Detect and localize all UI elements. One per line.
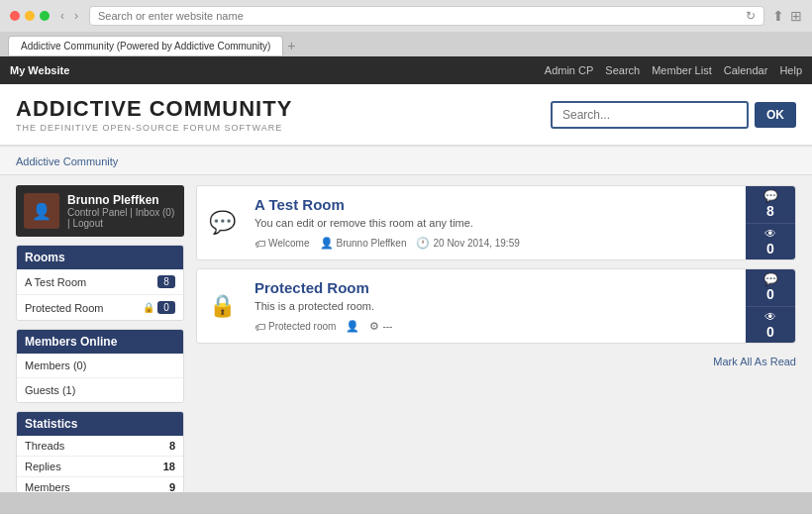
room-stat-views: 👁 0	[746, 224, 795, 260]
room-stats: 💬 0 👁 0	[746, 269, 795, 343]
message-count: 0	[766, 286, 774, 302]
stat-members: Members 9	[17, 477, 183, 492]
rooms-header: Rooms	[17, 246, 183, 269]
sidebar-members-count: Members (0)	[17, 354, 183, 378]
user-name: Brunno Pleffken	[67, 193, 176, 207]
breadcrumb-bar: Addictive Community	[0, 147, 812, 175]
inbox-link[interactable]: Inbox (0)	[136, 207, 174, 218]
avatar: 👤	[24, 193, 59, 229]
chat-bubble-icon: 💬	[209, 210, 236, 236]
browser-titlebar: ‹ › ↻ ⬆ ⊞	[0, 0, 812, 32]
stat-value: 18	[163, 461, 175, 472]
reload-button[interactable]: ↻	[746, 9, 756, 23]
sidebar-room-badge-lock: 🔒 0	[143, 301, 175, 314]
minimize-button[interactable]	[25, 11, 35, 21]
maximize-button[interactable]	[40, 11, 50, 21]
room-stat-messages: 💬 0	[746, 269, 795, 307]
forward-button[interactable]: ›	[71, 9, 81, 23]
nav-link-search[interactable]: Search	[605, 64, 640, 76]
tag-icon: 🏷	[254, 238, 265, 250]
stat-threads: Threads 8	[17, 436, 183, 457]
message-count-icon: 💬	[763, 272, 778, 286]
sidebar-statistics: Statistics Threads 8 Replies 18 Members …	[16, 411, 184, 492]
view-count: 0	[766, 241, 774, 257]
nav-link-help[interactable]: Help	[779, 64, 802, 76]
room-meta-welcome: 🏷 Welcome	[254, 238, 310, 250]
room-meta-author: 👤	[346, 320, 359, 333]
site-header: ADDICTIVE COMMUNITY THE DEFINITIVE OPEN-…	[0, 84, 812, 147]
tab-bar: Addictive Community (Powered by Addictiv…	[0, 32, 812, 55]
nav-brand: My Website	[10, 64, 545, 76]
mark-all-read-container: Mark All As Read	[196, 352, 796, 369]
user-links: Control Panel | Inbox (0) | Logout	[67, 207, 176, 229]
site-logo: ADDICTIVE COMMUNITY THE DEFINITIVE OPEN-…	[16, 96, 292, 133]
stat-label: Replies	[25, 461, 61, 472]
lock-icon: 🔒	[209, 293, 236, 319]
view-count-icon: 👁	[764, 310, 776, 324]
share-button[interactable]: ⬆	[772, 8, 784, 24]
active-tab[interactable]: Addictive Community (Powered by Addictiv…	[8, 36, 283, 55]
sidebar: 👤 Brunno Pleffken Control Panel | Inbox …	[16, 185, 184, 492]
sidebar-room-badge: 0	[157, 301, 175, 314]
sidebar-room-badge: 8	[157, 275, 175, 288]
room-meta: 🏷 Protected room 👤 ⚙ ---	[254, 320, 738, 333]
new-tab-button[interactable]: ⊞	[790, 8, 802, 24]
sidebar-rooms: Rooms A Test Room 8 Protected Room 🔒 0	[16, 245, 184, 321]
room-meta-author: 👤 Brunno Pleffken	[320, 237, 407, 250]
room-stats: 💬 8 👁 0	[746, 186, 795, 259]
main-content: 💬 A Test Room You can edit or remove thi…	[196, 185, 796, 492]
search-input[interactable]	[551, 101, 749, 129]
sidebar-room-name: A Test Room	[25, 276, 86, 288]
room-icon-area: 💬	[197, 186, 247, 259]
sidebar-item-test-room[interactable]: A Test Room 8	[17, 269, 183, 295]
nav-link-admincp[interactable]: Admin CP	[545, 64, 594, 76]
view-count: 0	[766, 324, 774, 340]
gear-icon: ⚙	[369, 320, 379, 333]
address-input[interactable]	[98, 10, 740, 22]
site-tagline: THE DEFINITIVE OPEN-SOURCE FORUM SOFTWAR…	[16, 123, 292, 133]
room-stat-messages: 💬 8	[746, 186, 795, 224]
header-search: OK	[551, 101, 796, 129]
top-nav: My Website Admin CP Search Member List C…	[0, 56, 812, 84]
user-card: 👤 Brunno Pleffken Control Panel | Inbox …	[16, 185, 184, 237]
nav-link-memberlist[interactable]: Member List	[652, 64, 712, 76]
room-title[interactable]: Protected Room	[254, 279, 738, 296]
top-nav-links: Admin CP Search Member List Calendar Hel…	[545, 64, 802, 76]
room-card-protected: 🔒 Protected Room This is a protected roo…	[196, 268, 796, 344]
sidebar-members-online: Members Online Members (0) Guests (1)	[16, 329, 184, 403]
stat-value: 9	[169, 481, 175, 492]
room-meta: 🏷 Welcome 👤 Brunno Pleffken 🕐 20 Nov 201…	[254, 237, 738, 250]
sidebar-guests-count: Guests (1)	[17, 378, 183, 402]
statistics-header: Statistics	[17, 412, 183, 436]
message-count-icon: 💬	[763, 189, 778, 203]
nav-buttons: ‹ ›	[57, 9, 81, 23]
page-wrapper: My Website Admin CP Search Member List C…	[0, 56, 812, 492]
mark-all-read-link[interactable]: Mark All As Read	[713, 356, 796, 367]
room-desc: You can edit or remove this room at any …	[254, 217, 738, 229]
breadcrumb-home[interactable]: Addictive Community	[16, 155, 118, 167]
back-button[interactable]: ‹	[57, 9, 67, 23]
room-body: Protected Room This is a protected room.…	[247, 269, 746, 343]
sidebar-item-protected-room[interactable]: Protected Room 🔒 0	[17, 295, 183, 320]
add-tab-button[interactable]: +	[287, 38, 295, 53]
room-desc: This is a protected room.	[254, 300, 738, 312]
main-layout: 👤 Brunno Pleffken Control Panel | Inbox …	[0, 175, 812, 492]
site-title: ADDICTIVE COMMUNITY	[16, 96, 292, 122]
browser-chrome: ‹ › ↻ ⬆ ⊞ Addictive Community (Powered b…	[0, 0, 812, 56]
clock-icon: 🕐	[416, 237, 430, 250]
close-button[interactable]	[10, 11, 20, 21]
logout-link[interactable]: Logout	[72, 218, 103, 229]
room-meta-tag: 🏷 Protected room	[254, 321, 336, 333]
control-panel-link[interactable]: Control Panel	[67, 207, 128, 218]
nav-link-calendar[interactable]: Calendar	[724, 64, 768, 76]
lock-icon: 🔒	[143, 302, 154, 313]
address-bar: ↻	[89, 6, 764, 26]
view-count-icon: 👁	[764, 227, 776, 241]
room-card-test: 💬 A Test Room You can edit or remove thi…	[196, 185, 796, 260]
room-title[interactable]: A Test Room	[254, 196, 738, 213]
members-online-header: Members Online	[17, 330, 183, 354]
room-meta-settings: ⚙ ---	[369, 320, 392, 333]
search-button[interactable]: OK	[755, 102, 796, 128]
sidebar-room-name: Protected Room	[25, 302, 103, 314]
user-icon: 👤	[346, 320, 359, 333]
